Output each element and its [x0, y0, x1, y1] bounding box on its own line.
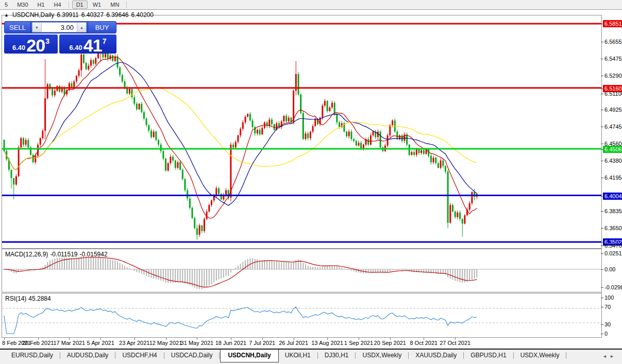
volume-increase-icon[interactable]: ▲	[77, 23, 86, 32]
sell-button[interactable]: SELL	[5, 22, 31, 33]
price-axis-label: 6.51100	[604, 91, 622, 97]
macd-signal-value: -0.015942	[80, 251, 108, 258]
tab-separator	[355, 352, 356, 359]
bid-price-panel[interactable]: 6.40 20 3	[4, 34, 58, 54]
price-level-badge: 6.58514	[603, 20, 622, 27]
time-axis-label: 7 Jul 2021	[249, 340, 275, 346]
tab-scroll-right-icon[interactable]: ▸	[611, 353, 618, 359]
price-axis-label: 6.49250	[604, 107, 622, 113]
one-click-trading-panel: SELL ▼ ▲ BUY 6.40 20 3 6.40 41 7	[4, 21, 116, 54]
tab-gbpusd-h1[interactable]: GBPUSD,H1	[464, 350, 512, 361]
timeframe-button-w1[interactable]: W1	[89, 1, 106, 9]
time-tick	[135, 338, 135, 340]
price-axis-label: 6.34700	[604, 242, 622, 249]
price-level-badge: 6.51605	[603, 85, 622, 92]
timeframe-button-mn[interactable]: MN	[106, 1, 123, 9]
price-axis-label: 6.41950	[604, 175, 622, 181]
price-level-badge: 6.40042	[603, 193, 622, 200]
price-level-badge: 6.45060	[603, 146, 622, 153]
tab-usdx-weekly-1[interactable]: USDX,Weekly	[356, 350, 408, 361]
tab-usdcad-daily[interactable]: USDCAD,Daily	[165, 350, 219, 361]
timeframe-button-h4[interactable]: H4	[50, 1, 65, 9]
tab-usdchf-h4[interactable]: USDCHF,H4	[116, 350, 163, 361]
rsi-value: 45.2884	[28, 295, 51, 302]
bid-price-pip: 3	[45, 37, 49, 45]
time-tick	[166, 338, 166, 340]
time-tick	[38, 338, 39, 340]
timeframe-toolbar: 5 M30 H1 H4 D1 W1 MN	[0, 0, 622, 10]
time-axis-label: 8 Oct 2021	[410, 340, 438, 346]
tab-audusd-daily[interactable]: AUDUSD,Daily	[61, 350, 115, 361]
price-axis-label: 6.52900	[604, 73, 622, 79]
price-axis-label: 6.36500	[604, 225, 622, 231]
time-tick	[455, 338, 456, 340]
ask-price-big: 41	[83, 38, 102, 54]
chart-tab-bar: EURUSD,Daily AUDUSD,Daily USDCHF,H4 USDC…	[0, 350, 622, 364]
tab-separator	[317, 352, 318, 359]
tab-separator	[219, 352, 220, 359]
tab-scroll-arrows[interactable]: ◂▸	[603, 353, 618, 359]
price-level-badge: 6.35025	[603, 238, 622, 246]
time-axis-label: 23 Apr 2021	[119, 340, 149, 346]
ask-price-panel[interactable]: 6.40 41 7	[59, 34, 116, 54]
macd-name: MACD(12,26,9)	[5, 251, 48, 258]
collapse-triangle-icon[interactable]: ▲	[4, 12, 9, 18]
tab-separator	[408, 352, 409, 359]
time-tick	[294, 338, 294, 340]
time-axis-label: 26 Jul 2021	[279, 340, 308, 346]
time-axis-label: 8 Feb 2021	[2, 340, 31, 346]
time-axis-label: 18 Jun 2021	[215, 340, 247, 346]
rsi-label: RSI(14)45.2884	[5, 295, 53, 302]
bid-price-prefix: 6.40	[12, 44, 25, 51]
toolbar-separator	[69, 2, 69, 8]
timeframe-button-m5[interactable]: 5	[1, 1, 12, 9]
time-tick	[231, 338, 231, 340]
time-tick	[359, 338, 359, 340]
price-axis-label: 6.54750	[604, 56, 622, 62]
tab-separator	[164, 352, 164, 359]
volume-decrease-icon[interactable]: ▼	[32, 23, 42, 32]
timeframe-button-m30[interactable]: M30	[13, 1, 32, 9]
ohlc-close: 6.40200	[131, 11, 154, 19]
price-axis-label: 6.56550	[604, 39, 622, 45]
time-axis-label: 27 Oct 2021	[440, 340, 470, 346]
tab-ukoil-h1[interactable]: UKOil,H1	[279, 350, 317, 361]
indicator-axis-label: 0	[604, 331, 608, 337]
tab-usdcnh-daily[interactable]: USDCNH,Daily	[220, 350, 278, 362]
ohlc-high: 6.40327	[81, 11, 104, 19]
indicator-axis-label: 30	[604, 321, 611, 327]
chart-title: ▲USDCNH,Daily6.399116.403276.396466.4020…	[4, 11, 156, 19]
tab-separator	[463, 352, 464, 359]
tab-usdx-weekly-2[interactable]: USDX,Weekly	[514, 350, 566, 361]
buy-button[interactable]: BUY	[88, 22, 116, 33]
tab-xauusd-daily[interactable]: XAUUSD,Daily	[409, 350, 463, 361]
tab-separator	[115, 352, 115, 359]
time-axis-label: 17 Mar 2021	[53, 340, 85, 346]
tab-dj30-h1[interactable]: DJ30,H1	[318, 350, 355, 361]
tab-scroll-left-icon[interactable]: ◂	[603, 353, 611, 359]
indicator-axis-label: 70	[604, 304, 611, 310]
time-axis-label: 13 Aug 2021	[311, 340, 343, 346]
macd-label: MACD(12,26,9)-0.011519-0.015942	[5, 251, 110, 258]
time-axis-label: 5 Apr 2021	[87, 340, 114, 346]
volume-spinner: ▼ ▲	[32, 22, 87, 32]
time-axis-label: 1 Sep 2021	[344, 340, 373, 346]
time-tick	[197, 338, 197, 340]
tab-separator	[513, 352, 514, 359]
macd-value: -0.011519	[50, 251, 77, 258]
time-tick	[4, 338, 5, 340]
rsi-indicator-pane[interactable]	[2, 293, 601, 337]
time-axis-label: 20 Sep 2021	[374, 340, 406, 346]
time-tick	[262, 338, 263, 340]
chart-symbol: USDCNH,Daily	[12, 11, 54, 19]
time-axis-label: 31 May 2021	[181, 340, 214, 346]
timeframe-button-h1[interactable]: H1	[33, 1, 49, 9]
time-tick	[100, 338, 101, 340]
ohlc-open: 6.39911	[57, 11, 79, 19]
indicator-axis-label: 100	[604, 294, 614, 301]
time-axis-label: 12 May 2021	[149, 340, 182, 346]
time-tick	[327, 338, 328, 340]
volume-input[interactable]	[42, 23, 77, 32]
tab-eurusd-daily[interactable]: EURUSD,Daily	[5, 350, 59, 361]
timeframe-button-d1[interactable]: D1	[72, 1, 88, 9]
